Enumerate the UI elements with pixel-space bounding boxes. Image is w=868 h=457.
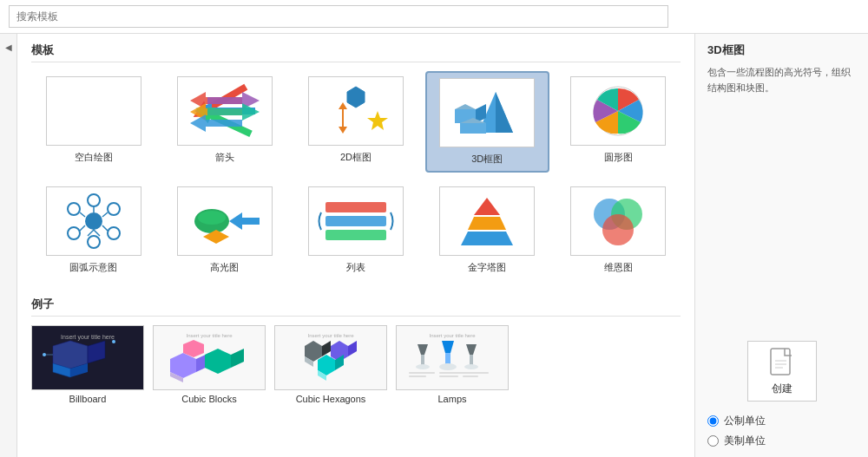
example-label-billboard: Billboard <box>69 394 107 404</box>
main-layout: ◀ 模板 空白绘图 <box>0 34 868 457</box>
svg-rect-85 <box>439 375 458 377</box>
svg-point-20 <box>85 212 102 230</box>
svg-marker-8 <box>347 87 365 108</box>
template-grid: 空白绘图 <box>31 71 681 279</box>
example-item-cubic-blocks[interactable]: Insert your title here Cubic Blocks <box>153 325 266 404</box>
svg-rect-17 <box>460 123 486 134</box>
svg-rect-88 <box>771 349 790 375</box>
collapse-arrow[interactable]: ◀ <box>5 42 12 52</box>
svg-marker-59 <box>205 349 231 374</box>
template-label-3d-frame: 3D框图 <box>471 153 503 166</box>
template-label-list: 列表 <box>346 261 365 274</box>
template-thumb-highlight <box>177 186 273 256</box>
svg-point-81 <box>464 364 478 369</box>
svg-point-22 <box>108 203 120 215</box>
center-panel: 模板 空白绘图 <box>17 34 694 457</box>
svg-point-25 <box>68 227 80 239</box>
right-panel: 3D框图 包含一些流程图的高光符号，组织结构图和块图。 创建 公制单位 <box>694 34 868 457</box>
template-thumb-list <box>308 186 404 256</box>
svg-rect-86 <box>463 372 489 374</box>
svg-point-21 <box>88 194 100 206</box>
svg-point-24 <box>88 236 100 248</box>
right-panel-title: 3D框图 <box>707 42 856 58</box>
svg-text:Insert your title here: Insert your title here <box>186 333 233 338</box>
template-item-highlight[interactable]: 高光图 <box>162 181 286 279</box>
example-item-billboard[interactable]: Insert your title here Billboard <box>31 325 144 404</box>
example-thumb-cubic-hexagons: Insert your title here <box>274 325 387 390</box>
template-item-list[interactable]: 列表 <box>293 181 418 279</box>
svg-rect-77 <box>445 353 450 365</box>
svg-point-53 <box>112 340 115 343</box>
svg-marker-73 <box>418 344 428 355</box>
search-input[interactable] <box>9 5 668 28</box>
svg-text:Insert your title here: Insert your title here <box>61 334 115 341</box>
svg-line-29 <box>88 230 94 236</box>
imperial-radio[interactable] <box>707 435 719 447</box>
svg-point-23 <box>108 227 120 239</box>
svg-marker-79 <box>466 344 477 355</box>
template-item-2d-frame[interactable]: 2D框图 <box>293 71 418 173</box>
create-section: 创建 公制单位 美制单位 <box>707 341 856 448</box>
template-thumb-blank <box>46 76 141 146</box>
right-panel-description: 包含一些流程图的高光符号，组织结构图和块图。 <box>707 65 856 95</box>
example-item-lamps[interactable]: Insert your title here <box>396 325 509 404</box>
example-item-cubic-hexagons[interactable]: Insert your title here Cubic Hexagons <box>274 325 387 404</box>
template-label-circle: 圆形图 <box>604 151 633 164</box>
svg-point-35 <box>198 211 226 225</box>
svg-marker-41 <box>474 198 500 215</box>
svg-marker-36 <box>229 212 260 230</box>
metric-unit-option[interactable]: 公制单位 <box>707 414 766 428</box>
template-thumb-3d-frame <box>439 78 535 147</box>
example-thumb-cubic-blocks: Insert your title here <box>153 325 266 390</box>
svg-marker-15 <box>455 104 476 109</box>
svg-rect-80 <box>470 355 473 365</box>
template-item-venn[interactable]: 维恩图 <box>556 181 681 279</box>
template-item-network[interactable]: 圆弧示意图 <box>31 181 155 279</box>
template-label-blank: 空白绘图 <box>75 151 113 164</box>
svg-rect-87 <box>463 375 478 377</box>
svg-line-33 <box>80 225 85 231</box>
svg-marker-13 <box>496 92 513 133</box>
svg-marker-9 <box>367 111 388 130</box>
svg-point-46 <box>602 214 634 245</box>
svg-rect-74 <box>421 355 424 365</box>
template-item-pyramid[interactable]: 金字塔图 <box>425 181 549 279</box>
svg-line-31 <box>102 225 108 231</box>
template-label-network: 圆弧示意图 <box>69 261 117 274</box>
example-thumb-billboard: Insert your title here <box>31 325 144 390</box>
template-thumb-arrow <box>177 76 273 146</box>
svg-rect-82 <box>409 372 435 374</box>
example-label-cubic-hexagons: Cubic Hexagons <box>296 394 366 404</box>
svg-rect-83 <box>409 375 426 377</box>
example-label-lamps: Lamps <box>437 394 466 404</box>
svg-marker-76 <box>442 341 454 353</box>
svg-point-26 <box>68 203 80 215</box>
template-thumb-circle <box>570 76 666 146</box>
template-item-circle[interactable]: 圆形图 <box>556 71 681 173</box>
svg-marker-42 <box>468 217 506 230</box>
examples-grid: Insert your title here Billboard <box>31 325 681 404</box>
metric-unit-label: 公制单位 <box>724 414 766 428</box>
svg-marker-64 <box>322 341 331 356</box>
template-item-arrow[interactable]: 箭头 <box>162 71 286 173</box>
svg-text:Insert your title here: Insert your title here <box>307 333 354 338</box>
left-panel: ◀ <box>0 34 17 457</box>
create-button[interactable]: 创建 <box>747 341 817 402</box>
template-thumb-network <box>46 186 141 256</box>
svg-marker-43 <box>461 232 513 245</box>
svg-rect-38 <box>326 202 386 212</box>
template-label-highlight: 高光图 <box>210 261 239 274</box>
svg-line-30 <box>102 212 108 217</box>
svg-line-32 <box>80 212 85 217</box>
svg-rect-84 <box>439 372 465 374</box>
template-label-arrow: 箭头 <box>215 151 234 164</box>
create-button-label: 创建 <box>772 382 792 396</box>
template-item-3d-frame[interactable]: 3D框图 <box>425 71 549 173</box>
metric-radio[interactable] <box>707 415 719 427</box>
imperial-unit-option[interactable]: 美制单位 <box>707 434 766 448</box>
svg-marker-49 <box>88 341 105 363</box>
top-bar <box>0 0 868 34</box>
svg-text:Insert your title here: Insert your title here <box>429 333 476 338</box>
template-item-blank[interactable]: 空白绘图 <box>31 71 155 173</box>
template-thumb-pyramid <box>439 186 535 256</box>
